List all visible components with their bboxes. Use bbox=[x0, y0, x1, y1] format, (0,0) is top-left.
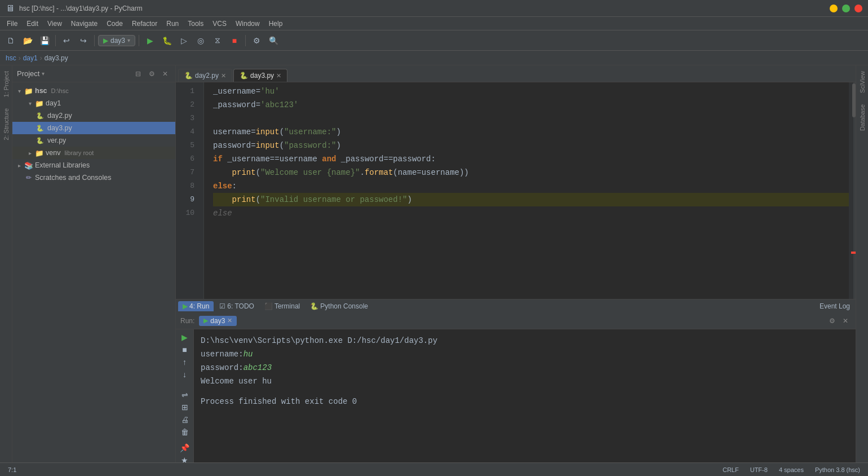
code-line-9: print("Invalid username or passwoed!") bbox=[213, 193, 849, 206]
tree-item-external-libs[interactable]: ▸ 📚 External Libraries bbox=[12, 159, 175, 171]
tab-close-day2[interactable]: ✕ bbox=[221, 72, 226, 80]
token-6-5: and bbox=[317, 152, 336, 166]
run-tab-active[interactable]: ▶ day3 ✕ bbox=[199, 316, 237, 326]
console-star-btn[interactable]: ★ bbox=[179, 456, 191, 462]
menu-navigate[interactable]: Navigate bbox=[67, 19, 102, 29]
console-welcome-line: Welcome user hu bbox=[201, 374, 849, 388]
nav-tab-terminal[interactable]: ⬛ Terminal bbox=[260, 301, 304, 311]
run-panel-actions: ⚙ ✕ bbox=[826, 315, 851, 327]
search-everywhere-button[interactable]: 🔍 bbox=[266, 33, 281, 48]
nav-tab-run[interactable]: ▶ 4: Run bbox=[178, 301, 214, 311]
console-pin-btn[interactable]: 📌 bbox=[179, 443, 191, 452]
run-settings-btn[interactable]: ⚙ bbox=[826, 315, 838, 327]
close-button[interactable] bbox=[854, 5, 862, 12]
status-linesep[interactable]: CRLF bbox=[720, 466, 741, 473]
save-button[interactable]: 💾 bbox=[37, 33, 52, 48]
maximize-button[interactable] bbox=[842, 5, 850, 12]
menu-run[interactable]: Run bbox=[162, 19, 183, 29]
line-num-3: 3 bbox=[176, 112, 199, 125]
console-run-btn[interactable]: ▶ bbox=[179, 333, 191, 342]
new-file-button[interactable]: 🗋 bbox=[3, 33, 18, 48]
tab-structure[interactable]: 2: Structure bbox=[1, 103, 11, 146]
code-line-8: else: bbox=[213, 179, 849, 193]
toolbar-sep-2 bbox=[94, 35, 95, 46]
code-content[interactable]: _username='hu' _password='abc123' bbox=[204, 82, 849, 299]
console-process-line: Process finished with exit code 0 bbox=[201, 395, 849, 408]
breadcrumb-root[interactable]: hsc bbox=[6, 54, 16, 62]
menu-code[interactable]: Code bbox=[102, 19, 127, 29]
tree-label-scratches: Scratches and Consoles bbox=[35, 174, 112, 182]
token-2-1: _password bbox=[213, 98, 256, 112]
tab-day2py[interactable]: 🐍 day2.py ✕ bbox=[178, 69, 232, 82]
debug-button[interactable]: 🐛 bbox=[160, 33, 174, 48]
status-encoding[interactable]: UTF-8 bbox=[748, 466, 770, 473]
token-7-2: ( bbox=[256, 166, 260, 179]
tree-label-hsc: hsc bbox=[35, 87, 47, 95]
stop-button[interactable]: ■ bbox=[227, 33, 242, 48]
tab-close-day3[interactable]: ✕ bbox=[276, 72, 281, 80]
line-num-7: 7 bbox=[176, 166, 199, 179]
tree-item-verpy[interactable]: 🐍 ver.py bbox=[12, 134, 175, 147]
breadcrumb-day1[interactable]: day1 bbox=[23, 54, 38, 62]
console-up-btn[interactable]: ↑ bbox=[179, 358, 191, 367]
tree-item-scratches[interactable]: ▸ ✏ Scratches and Consoles bbox=[12, 171, 175, 184]
undo-button[interactable]: ↩ bbox=[59, 33, 74, 48]
minimize-button[interactable] bbox=[830, 5, 838, 12]
breadcrumb-day3py[interactable]: day3.py bbox=[45, 54, 68, 62]
editor-scrollbar[interactable] bbox=[849, 82, 856, 299]
menu-help[interactable]: Help bbox=[264, 19, 287, 29]
status-python[interactable]: Python 3.8 (hsc) bbox=[813, 466, 862, 473]
gear-button[interactable]: ⚙ bbox=[146, 68, 157, 80]
tree-label-day3py: day3.py bbox=[47, 124, 72, 132]
menu-view[interactable]: View bbox=[43, 19, 67, 29]
run-config-selector[interactable]: ▶ day3 ▾ bbox=[98, 35, 135, 46]
run-hide-btn[interactable]: ✕ bbox=[840, 315, 851, 327]
open-button[interactable]: 📂 bbox=[20, 33, 35, 48]
tree-item-day3py[interactable]: 🐍 day3.py bbox=[12, 122, 175, 134]
console-print-btn[interactable]: 🖨 bbox=[179, 415, 191, 424]
collapse-all-button[interactable]: ⊟ bbox=[132, 68, 144, 80]
token-6-6: _password bbox=[336, 152, 383, 166]
run-button[interactable]: ▶ bbox=[143, 33, 157, 48]
token-6-3: == bbox=[270, 152, 280, 166]
tree-item-venv[interactable]: ▸ 📁 venv library root bbox=[12, 147, 175, 159]
settings-button[interactable]: ⚙ bbox=[249, 33, 264, 48]
tree-item-day1[interactable]: ▾ 📁 day1 bbox=[12, 97, 175, 109]
tab-database[interactable]: Database bbox=[857, 99, 867, 136]
menu-refactor[interactable]: Refactor bbox=[127, 19, 162, 29]
hide-panel-button[interactable]: ✕ bbox=[160, 68, 171, 80]
code-line-1: _username='hu' bbox=[213, 85, 849, 98]
event-log-button[interactable]: Event Log bbox=[816, 301, 853, 311]
run-tab-label: 4: Run bbox=[189, 302, 209, 310]
code-editor[interactable]: 1 2 3 4 5 6 7 8 9 10 bbox=[176, 82, 856, 299]
tab-day3py[interactable]: 🐍 day3.py ✕ bbox=[233, 69, 287, 82]
console-password-input: abc123 bbox=[243, 361, 272, 374]
console-stop-btn[interactable]: ■ bbox=[179, 345, 191, 354]
project-panel-actions: ⊟ ⚙ ✕ bbox=[132, 68, 171, 80]
token-7-6: ( bbox=[393, 166, 397, 179]
console-layout-btn[interactable]: ⊞ bbox=[179, 403, 191, 412]
run-tab-close[interactable]: ✕ bbox=[227, 317, 232, 324]
console-trash-btn[interactable]: 🗑 bbox=[179, 427, 191, 437]
tab-project[interactable]: 1: Project bbox=[1, 65, 11, 103]
tab-label-day3: day3.py bbox=[250, 72, 274, 80]
run-with-coverage-button[interactable]: ▷ bbox=[176, 33, 191, 48]
menu-edit[interactable]: Edit bbox=[22, 19, 43, 29]
nav-tab-python-console[interactable]: 🐍 Python Console bbox=[305, 301, 373, 311]
tree-item-day2py[interactable]: 🐍 day2.py bbox=[12, 109, 175, 122]
menu-file[interactable]: File bbox=[2, 19, 22, 29]
tab-sciview[interactable]: SciView bbox=[857, 65, 867, 99]
concurrency-button[interactable]: ⧖ bbox=[210, 33, 225, 48]
nav-tab-todo[interactable]: ☑ 6: TODO bbox=[215, 301, 259, 311]
token-7-5: format bbox=[365, 166, 393, 179]
status-position[interactable]: 7:1 bbox=[6, 466, 19, 473]
status-indent[interactable]: 4 spaces bbox=[777, 466, 806, 473]
console-down-btn[interactable]: ↓ bbox=[179, 370, 191, 379]
profile-button[interactable]: ◎ bbox=[193, 33, 208, 48]
tree-item-hsc[interactable]: ▾ 📁 hsc D:\hsc bbox=[12, 85, 175, 97]
menu-window[interactable]: Window bbox=[231, 19, 264, 29]
menu-tools[interactable]: Tools bbox=[183, 19, 208, 29]
redo-button[interactable]: ↪ bbox=[76, 33, 91, 48]
console-wrap-btn[interactable]: ⇌ bbox=[179, 390, 191, 399]
menu-vcs[interactable]: VCS bbox=[208, 19, 231, 29]
